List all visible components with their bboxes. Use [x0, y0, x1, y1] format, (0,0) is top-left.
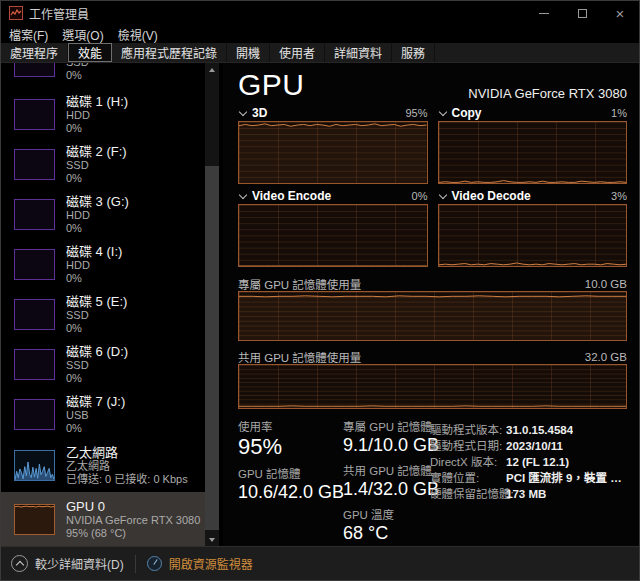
divider	[135, 555, 136, 573]
chart-dedicated-memory	[238, 291, 627, 341]
stat-value-dedicated-memory: 9.1/10.0 GB	[343, 434, 430, 457]
stat-label-driver-date: 驅動程式日期:	[430, 438, 506, 454]
tab-processes[interactable]: 處理程序	[1, 43, 68, 62]
resource-monitor-icon	[147, 556, 162, 571]
sidebar-item-disk-0-clipped[interactable]: SSD 0%	[1, 63, 206, 89]
chart-value: 1%	[611, 107, 627, 119]
stat-value-driver-date: 2023/10/11	[506, 438, 563, 454]
performance-sidebar: SSD 0% 磁碟 1 (H:) HDD 0%	[1, 63, 223, 546]
sidebar-item-disk-7[interactable]: 磁碟 7 (J:) USB 0%	[1, 389, 206, 439]
scrollbar-thumb[interactable]	[205, 166, 219, 530]
chevron-down-icon	[238, 109, 247, 118]
stat-label-shared-memory: 共用 GPU 記憶體	[343, 464, 430, 478]
chart-max-value: 32.0 GB	[585, 351, 627, 363]
tab-app-history[interactable]: 應用程式歷程記錄	[112, 43, 227, 62]
disk-mini-chart	[14, 63, 55, 77]
maximize-button[interactable]	[563, 1, 601, 25]
disk-mini-chart	[14, 149, 55, 180]
sidebar-item-title: GPU 0	[66, 499, 200, 514]
ethernet-mini-chart	[14, 450, 55, 481]
tab-details[interactable]: 詳細資料	[325, 43, 392, 62]
stats-column-1: 使用率 95% GPU 記憶體 10.6/42.0 GB	[238, 420, 343, 552]
chart-label: Copy	[452, 106, 482, 120]
sidebar-item-disk-4[interactable]: 磁碟 4 (I:) HDD 0%	[1, 239, 206, 289]
sidebar-item-gpu-0[interactable]: GPU 0 NVIDIA GeForce RTX 3080 95% (68 °C…	[1, 492, 206, 546]
stat-value-directx-version: 12 (FL 12.1)	[506, 454, 569, 470]
chart-3d	[238, 121, 428, 184]
stat-label-dedicated-memory: 專屬 GPU 記憶體	[343, 420, 430, 434]
sidebar-item-disk-5[interactable]: 磁碟 5 (E:) SSD 0%	[1, 289, 206, 339]
stat-label-physical-location: 實體位置:	[430, 470, 506, 486]
chevron-down-icon	[438, 192, 447, 201]
tab-services[interactable]: 服務	[392, 43, 435, 62]
tab-startup[interactable]: 開機	[227, 43, 270, 62]
disk-mini-chart	[14, 99, 55, 130]
sidebar-item-disk-6[interactable]: 磁碟 6 (D:) SSD 0%	[1, 339, 206, 389]
chart-shared-memory	[238, 364, 627, 409]
scroll-down-arrow[interactable]	[205, 533, 219, 546]
arrow-down-icon	[209, 538, 215, 542]
disk-mini-chart	[14, 349, 55, 380]
tab-users[interactable]: 使用者	[270, 43, 325, 62]
disk-mini-chart	[14, 299, 55, 330]
fewer-details-button[interactable]: 較少詳細資料(D)	[35, 555, 124, 572]
menu-view[interactable]: 檢視(V)	[118, 26, 158, 43]
chart-label: 3D	[252, 106, 267, 120]
sidebar-item-title: 磁碟 1 (H:)	[66, 94, 128, 109]
sidebar-item-disk-3[interactable]: 磁碟 3 (G:) HDD 0%	[1, 189, 206, 239]
chart-copy	[438, 121, 628, 184]
sidebar-item-type: HDD	[66, 109, 128, 122]
shared-memory-header: 共用 GPU 記憶體使用量 32.0 GB	[238, 349, 627, 364]
sidebar-item-usage: 0%	[66, 322, 127, 335]
chart-header-3d[interactable]: 3D 95%	[238, 105, 428, 121]
sidebar-item-disk-2[interactable]: 磁碟 2 (F:) SSD 0%	[1, 139, 206, 189]
chart-label: Video Decode	[452, 189, 531, 203]
dedicated-memory-section: 專屬 GPU 記憶體使用量 10.0 GB	[238, 276, 627, 341]
sidebar-item-subtitle: NVIDIA GeForce RTX 3080	[66, 514, 200, 527]
page-title: GPU	[238, 69, 305, 101]
stat-label-gpu-temperature: GPU 溫度	[343, 508, 430, 522]
sidebar-item-ethernet[interactable]: 乙太網路 乙太網路 已傳送: 0 已接收: 0 Kbps	[1, 439, 206, 492]
disk-mini-chart	[14, 249, 55, 280]
stat-label-hw-reserved-memory: 硬體保留記憶體:	[430, 486, 506, 502]
gpu-panel: GPU NVIDIA GeForce RTX 3080 3D 95%	[223, 63, 639, 546]
menu-options[interactable]: 選項(O)	[62, 26, 103, 43]
sidebar-item-usage: 0%	[66, 422, 125, 435]
sidebar-item-title: 磁碟 3 (G:)	[66, 194, 129, 209]
sidebar-item-title: 磁碟 6 (D:)	[66, 344, 128, 359]
chart-value: 3%	[611, 190, 627, 202]
gpu-device-name: NVIDIA GeForce RTX 3080	[468, 86, 627, 101]
collapse-circle-icon	[11, 555, 28, 572]
chart-label: Video Encode	[252, 189, 331, 203]
sidebar-item-title: 磁碟 5 (E:)	[66, 294, 127, 309]
chart-video-decode	[438, 204, 628, 267]
sidebar-scrollbar[interactable]	[205, 63, 219, 546]
stat-value-gpu-temperature: 68 °C	[343, 522, 430, 545]
sidebar-item-usage: 0%	[66, 69, 89, 82]
sidebar-item-type: SSD	[66, 309, 127, 322]
chart-header-video-decode[interactable]: Video Decode 3%	[438, 188, 628, 204]
stats-column-3: 驅動程式版本: 31.0.15.4584 驅動程式日期: 2023/10/11 …	[430, 420, 627, 552]
status-bar: 較少詳細資料(D) 開啟資源監視器	[1, 546, 639, 580]
minimize-button[interactable]	[525, 1, 563, 25]
maximize-icon	[578, 9, 587, 18]
sidebar-item-disk-1[interactable]: 磁碟 1 (H:) HDD 0%	[1, 89, 206, 139]
close-icon: ×	[616, 6, 625, 21]
close-button[interactable]: ×	[601, 1, 639, 25]
sidebar-item-title: 磁碟 2 (F:)	[66, 144, 127, 159]
sidebar-item-usage: 0%	[66, 122, 128, 135]
chart-header-video-encode[interactable]: Video Encode 0%	[238, 188, 428, 204]
stat-label-driver-version: 驅動程式版本:	[430, 422, 506, 438]
open-resource-monitor-link[interactable]: 開啟資源監視器	[169, 555, 253, 572]
chart-value: 95%	[405, 107, 427, 119]
stat-value-utilization: 95%	[238, 434, 343, 460]
tab-performance[interactable]: 效能	[68, 43, 112, 62]
chart-header-copy[interactable]: Copy 1%	[438, 105, 628, 121]
scroll-up-arrow[interactable]	[205, 63, 219, 76]
stat-value-hw-reserved-memory: 173 MB	[506, 486, 546, 502]
sidebar-item-title: 磁碟 4 (I:)	[66, 244, 122, 259]
menu-file[interactable]: 檔案(F)	[9, 26, 48, 43]
sidebar-item-type: SSD	[66, 359, 128, 372]
stat-value-driver-version: 31.0.15.4584	[506, 422, 573, 438]
sidebar-item-type: HDD	[66, 209, 129, 222]
